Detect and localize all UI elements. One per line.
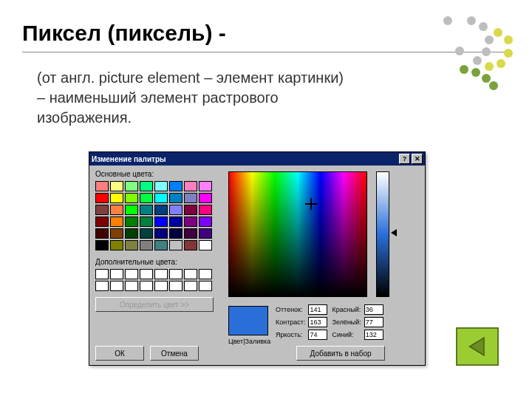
color-swatch[interactable] (154, 193, 168, 203)
green-input[interactable] (364, 317, 383, 327)
color-swatch[interactable] (95, 240, 109, 250)
custom-color-slot[interactable] (199, 281, 212, 291)
custom-color-slot[interactable] (110, 269, 123, 279)
custom-color-slot[interactable] (110, 281, 123, 291)
color-swatch[interactable] (125, 205, 138, 215)
color-swatch[interactable] (110, 181, 123, 191)
color-swatch[interactable] (199, 240, 212, 250)
color-swatch[interactable] (95, 181, 109, 191)
add-to-custom-button[interactable]: Добавить в набор (296, 346, 385, 361)
color-swatch[interactable] (169, 181, 183, 191)
luminosity-slider[interactable] (376, 171, 389, 297)
color-swatch[interactable] (110, 228, 123, 239)
decor-dot (471, 68, 480, 77)
custom-color-slot[interactable] (154, 269, 168, 279)
color-swatch[interactable] (95, 216, 109, 227)
color-swatch[interactable] (199, 216, 212, 227)
color-swatch[interactable] (199, 228, 212, 239)
triangle-left-icon (464, 333, 491, 360)
custom-color-slot[interactable] (169, 281, 183, 291)
custom-color-slot[interactable] (95, 269, 109, 279)
color-swatch[interactable] (154, 181, 168, 191)
color-swatch[interactable] (169, 205, 183, 215)
color-swatch[interactable] (199, 205, 212, 215)
color-dialog: Изменение палитры ? ✕ Основные цвета: До… (89, 151, 426, 366)
sat-input[interactable] (308, 317, 327, 327)
color-swatch[interactable] (125, 228, 138, 239)
custom-color-slot[interactable] (154, 281, 168, 291)
slide-title: Пиксел (пиксель) - (22, 21, 226, 46)
decor-dot (455, 47, 464, 55)
custom-color-slot[interactable] (125, 269, 138, 279)
define-color-button[interactable]: Определить цвет >> (95, 297, 214, 312)
color-swatch[interactable] (140, 240, 153, 250)
title-underline (22, 52, 510, 52)
color-swatch[interactable] (125, 193, 138, 203)
custom-color-slot[interactable] (140, 269, 153, 279)
color-swatch[interactable] (199, 181, 212, 191)
dialog-titlebar[interactable]: Изменение палитры ? ✕ (89, 152, 425, 166)
hue-label: Оттенок: (276, 306, 305, 313)
color-swatch[interactable] (169, 193, 183, 203)
sat-label: Контраст: (276, 318, 305, 326)
value-grid: Оттенок: Красный: Контраст: Зелёный: Ярк… (276, 304, 385, 340)
custom-color-slot[interactable] (184, 269, 197, 279)
blue-input[interactable] (364, 330, 383, 340)
decor-dot (504, 35, 513, 44)
color-swatch[interactable] (110, 240, 123, 250)
color-swatch[interactable] (95, 228, 109, 239)
color-swatch[interactable] (154, 240, 168, 250)
ok-button[interactable]: ОК (95, 346, 144, 361)
color-swatch[interactable] (154, 228, 168, 239)
custom-color-slot[interactable] (95, 281, 109, 291)
color-swatch[interactable] (140, 228, 153, 239)
back-button[interactable] (456, 327, 499, 366)
decor-dot (467, 16, 476, 25)
color-swatch[interactable] (184, 240, 197, 250)
color-swatch[interactable] (199, 193, 212, 203)
color-swatch[interactable] (110, 205, 123, 215)
color-swatch[interactable] (140, 205, 153, 215)
color-swatch[interactable] (169, 228, 183, 239)
color-gradient[interactable] (228, 171, 367, 297)
color-swatch[interactable] (154, 216, 168, 227)
crosshair-icon (307, 200, 315, 208)
color-preview-label: Цвет|Заливка (228, 338, 270, 345)
color-swatch[interactable] (95, 205, 109, 215)
color-preview (228, 306, 268, 335)
custom-color-slot[interactable] (125, 281, 138, 291)
color-swatch[interactable] (95, 193, 109, 203)
red-input[interactable] (364, 304, 383, 315)
custom-color-slot[interactable] (184, 281, 197, 291)
custom-color-slot[interactable] (169, 269, 183, 279)
close-button[interactable]: ✕ (412, 154, 423, 164)
color-swatch[interactable] (110, 193, 123, 203)
color-swatch[interactable] (125, 181, 138, 191)
color-swatch[interactable] (110, 216, 123, 227)
color-swatch[interactable] (184, 181, 197, 191)
color-swatch[interactable] (125, 216, 138, 227)
color-swatch[interactable] (184, 216, 197, 227)
color-swatch[interactable] (140, 181, 153, 191)
color-swatch[interactable] (154, 205, 168, 215)
custom-color-slot[interactable] (199, 269, 212, 279)
hue-input[interactable] (308, 304, 327, 315)
color-swatch[interactable] (169, 240, 183, 250)
decor-dot (494, 28, 502, 37)
color-swatch[interactable] (140, 193, 153, 203)
lum-input[interactable] (308, 330, 327, 340)
color-swatch[interactable] (184, 205, 197, 215)
color-swatch[interactable] (125, 240, 138, 250)
color-swatch[interactable] (184, 228, 197, 239)
cancel-button[interactable]: Отмена (150, 346, 199, 361)
color-swatch[interactable] (184, 193, 197, 203)
decor-dot (482, 74, 491, 83)
help-button[interactable]: ? (399, 154, 410, 164)
color-swatch[interactable] (140, 216, 153, 227)
luminosity-pointer-icon[interactable] (391, 229, 397, 236)
decor-dot (443, 16, 452, 25)
green-label: Зелёный: (332, 318, 361, 326)
color-swatch[interactable] (169, 216, 183, 227)
decor-dots (437, 13, 508, 84)
custom-color-slot[interactable] (140, 281, 153, 291)
